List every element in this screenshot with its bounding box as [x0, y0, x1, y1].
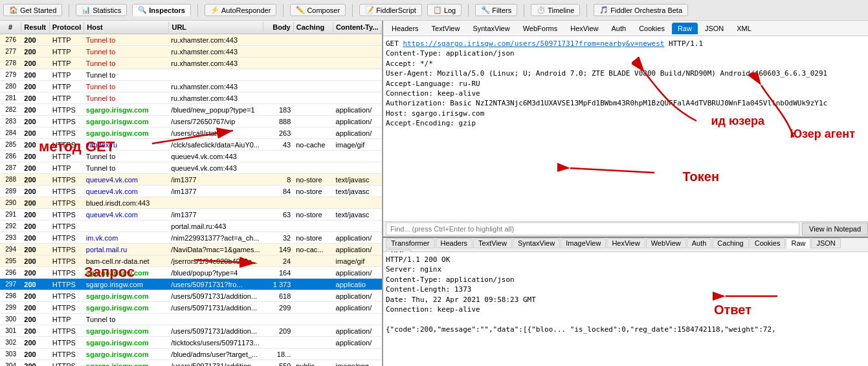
log-btn[interactable]: 📋 Log: [427, 4, 462, 16]
cell-result: 200: [21, 94, 50, 103]
cell-num: 304: [0, 361, 21, 366]
resp-tab-hexview[interactable]: HexView: [606, 238, 645, 248]
table-row[interactable]: 282 200 HTTPS sgargo.irisgw.com /blued/n…: [0, 104, 382, 116]
cell-caching: [293, 133, 333, 134]
cell-protocol: HTTP: [50, 82, 83, 91]
cell-host: sgargo.irisgw.com: [83, 350, 169, 359]
resp-tab-syntaxview[interactable]: SyntaxView: [513, 238, 560, 248]
cell-result: 200: [21, 280, 50, 289]
table-row[interactable]: 295 200 HTTPS bam-cell.nr-data.net /jser…: [0, 255, 382, 267]
resp-tab-raw[interactable]: Raw: [786, 238, 810, 248]
table-row[interactable]: 279 200 HTTP Tunnel to: [0, 69, 382, 81]
table-row[interactable]: 300 200 HTTP Tunnel to: [0, 314, 382, 325]
cell-url: /blued/popup?type=4: [168, 268, 263, 277]
left-panel: # Result Protocol Host URL Body Caching …: [0, 21, 383, 366]
table-row[interactable]: 284 200 HTTPS sgargo.irisgw.com /users/c…: [0, 127, 382, 139]
table-row[interactable]: 278 200 HTTP Tunnel to ru.xhamster.com:4…: [0, 58, 382, 69]
inspectors-btn[interactable]: 🔍 Inspectors: [132, 4, 191, 16]
resp-tab-caching[interactable]: Caching: [712, 238, 748, 248]
statistics-btn[interactable]: 📊 Statistics: [76, 4, 127, 16]
table-row[interactable]: 285 200 HTTPS yandex.ru /clck/safeclick/…: [0, 139, 382, 151]
cell-body: 299: [263, 303, 293, 312]
tab-raw[interactable]: Raw: [672, 23, 698, 34]
cell-result: 200: [21, 303, 50, 312]
resp-tab-cookies[interactable]: Cookies: [750, 238, 786, 248]
table-row[interactable]: 276 200 HTTP Tunnel to ru.xhamster.com:4…: [0, 34, 382, 46]
get-started-btn[interactable]: 🏠 Get Started: [3, 4, 62, 16]
fiddler-script-btn[interactable]: 📝 FiddlerScript: [359, 4, 422, 16]
table-row[interactable]: 277 200 HTTP Tunnel to ru.xhamster.com:4…: [0, 46, 382, 58]
tab-auth[interactable]: Auth: [606, 23, 632, 34]
req-accept: Accept: */*: [386, 59, 433, 68]
cell-url: /jserrors/1/94c020b400?a...: [168, 257, 263, 266]
cell-content: text/javasc: [333, 175, 382, 184]
resp-tab-textview[interactable]: TextView: [473, 238, 512, 248]
tab-webforms[interactable]: WebForms: [517, 23, 564, 34]
resp-tab-transformer[interactable]: Transformer: [386, 238, 435, 248]
tab-xml[interactable]: XML: [731, 23, 757, 34]
table-row[interactable]: 302 200 HTTPS sgargo.irisgw.com /ticktoc…: [0, 337, 382, 349]
table-row[interactable]: 283 200 HTTPS sgargo.irisgw.com /users/7…: [0, 116, 382, 127]
table-row[interactable]: 301 200 HTTPS sgargo.irisgw.com /users/5…: [0, 325, 382, 337]
tab-headers[interactable]: Headers: [386, 23, 425, 34]
cell-host: Tunnel to: [83, 70, 169, 80]
response-content: HTTP/1.1 200 OK Server: nginx Content-Ty…: [383, 252, 868, 366]
table-row[interactable]: 298 200 HTTPS sgargo.irisgw.com /users/5…: [0, 290, 382, 302]
cell-result: 200: [21, 350, 50, 359]
table-row[interactable]: 303 200 HTTPS sgargo.irisgw.com /blued/a…: [0, 349, 382, 360]
resp-tab-json[interactable]: JSON: [811, 238, 840, 248]
cell-body: 18...: [263, 350, 293, 359]
table-row[interactable]: 291 200 HTTPS queuev4.vk.com /im1377 63 …: [0, 209, 382, 221]
table-row[interactable]: 281 200 HTTP Tunnel to ru.xhamster.com:4…: [0, 92, 382, 104]
tab-cookies[interactable]: Cookies: [633, 23, 671, 34]
resp-tab-webview[interactable]: WebView: [646, 238, 686, 248]
request-http-version: HTTP/1.1: [664, 39, 703, 48]
table-row[interactable]: 299 200 HTTPS sgargo.irisgw.com /users/5…: [0, 302, 382, 314]
cell-body: 84: [263, 187, 293, 196]
table-row[interactable]: 288 200 HTTPS queuev4.vk.com /im1377 8 n…: [0, 174, 382, 186]
cell-host: queuev4.vk.com: [83, 187, 169, 196]
tab-syntaxview[interactable]: SyntaxView: [467, 23, 515, 34]
fiddler-orchestra-btn[interactable]: 🎵 Fiddler Orchestra Beta: [594, 4, 688, 16]
table-row[interactable]: 280 200 HTTP Tunnel to ru.xhamster.com:4…: [0, 81, 382, 92]
table-row[interactable]: 286 200 HTTP Tunnel to queuev4.vk.com:44…: [0, 151, 382, 162]
cell-url: /blued/adms/user?target_...: [168, 350, 263, 359]
table-row[interactable]: 304 200 HTTPS sgargo.irisgw.com /users/5…: [0, 360, 382, 366]
cell-content: [333, 354, 382, 355]
table-row[interactable]: 292 200 HTTPS portal.mail.ru:443: [0, 221, 382, 232]
cell-num: 288: [0, 175, 21, 184]
tab-json[interactable]: JSON: [699, 23, 729, 34]
cell-host: sgargo.irisgw.com: [83, 117, 169, 126]
table-row[interactable]: 296 200 HTTPS sgargo.irisgw.com /blued/p…: [0, 267, 382, 279]
cell-protocol: HTTPS: [50, 361, 83, 367]
cell-protocol: HTTPS: [50, 245, 83, 254]
top-toolbar: 🏠 Get Started 📊 Statistics 🔍 Inspectors …: [0, 0, 868, 21]
cell-num: 292: [0, 222, 21, 230]
filters-btn[interactable]: 🔧 Filters: [475, 4, 517, 16]
resp-line5: Date: Thu, 22 Apr 2021 09:58:23 GMT: [386, 296, 536, 304]
resp-tab-imageview[interactable]: ImageView: [561, 238, 606, 248]
autoresponder-btn[interactable]: ⚡ AutoResponder: [205, 4, 276, 16]
cell-result: 200: [21, 222, 50, 231]
tab-hexview[interactable]: HexView: [564, 23, 604, 34]
tab-textview[interactable]: TextView: [426, 23, 466, 34]
separator-7: [586, 4, 587, 17]
view-in-notepad-btn[interactable]: View in Notepad: [802, 222, 868, 235]
cell-num: 283: [0, 117, 21, 125]
table-row[interactable]: 290 200 HTTPS blued.irisdt.com:443: [0, 197, 382, 209]
cell-url: ru.xhamster.com:443: [168, 36, 263, 45]
request-url-link[interactable]: https://sgargo.irisgw.com/users/50971731…: [403, 39, 665, 48]
fiddler-orchestra-icon: 🎵: [599, 6, 608, 14]
resp-tab-headers[interactable]: Headers: [436, 238, 473, 248]
cell-url: queuev4.vk.com:443: [168, 164, 263, 173]
table-row[interactable]: 289 200 HTTPS queuev4.vk.com /im1377 84 …: [0, 186, 382, 197]
table-row[interactable]: 294 200 HTTPS portal.mail.ru /NaviData?m…: [0, 244, 382, 255]
table-row[interactable]: 297 200 HTTPS sgargo.irisgw.com /users/5…: [0, 279, 382, 290]
find-input[interactable]: [386, 222, 799, 235]
timeline-btn[interactable]: ⏱️ Timeline: [531, 4, 580, 16]
cell-body: 1 373: [263, 280, 293, 289]
table-row[interactable]: 293 200 HTTPS im.vk.com /nim229931377?ac…: [0, 232, 382, 244]
resp-tab-auth[interactable]: Auth: [687, 238, 712, 248]
composer-btn[interactable]: ✏️ Composer: [290, 4, 346, 16]
table-row[interactable]: 287 200 HTTP Tunnel to queuev4.vk.com:44…: [0, 162, 382, 174]
